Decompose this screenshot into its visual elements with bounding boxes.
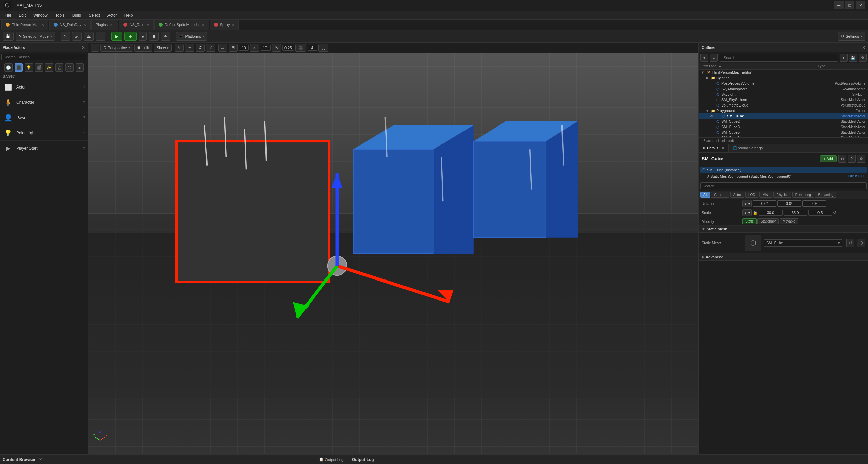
scale-snap[interactable]: ⤡ <box>272 44 281 52</box>
menu-help[interactable]: Help <box>121 12 136 18</box>
viewport-menu-button[interactable]: ≡ <box>91 44 99 52</box>
pause-button[interactable]: ⏸ <box>149 32 159 41</box>
cat-tab-general[interactable]: General <box>711 192 729 198</box>
outliner-options-btn[interactable]: ≡ <box>710 54 718 62</box>
play-button[interactable]: ▶ <box>111 32 122 41</box>
outliner-close[interactable]: ✕ <box>862 45 865 50</box>
tab-close-ns-rain[interactable]: ✕ <box>146 23 149 27</box>
basic-shapes-icon[interactable]: ⬛ <box>15 63 23 72</box>
actor-help-point-light[interactable]: ? <box>83 131 85 135</box>
viewport-canvas[interactable]: X Y Z <box>88 53 698 454</box>
angle-snap[interactable]: ∠ <box>250 44 259 52</box>
landscape-button[interactable]: ⛰ <box>84 32 94 41</box>
static-mesh-edit1[interactable]: ↺ <box>846 239 854 247</box>
rotation-dropdown[interactable]: ► ▾ <box>742 200 752 207</box>
surface-snapping[interactable]: ⏥ <box>218 44 227 52</box>
more-button[interactable]: ⋯ <box>96 32 105 41</box>
recently-placed-icon[interactable]: 🕐 <box>4 63 13 72</box>
platforms-button[interactable]: 📱 Platforms ▾ <box>176 32 207 41</box>
transform-button[interactable]: ⊕ <box>61 32 70 41</box>
edit-cpp-button[interactable]: Edit in C++ <box>848 174 865 178</box>
tab-plugins[interactable]: Plugins ✕ <box>91 20 118 30</box>
tree-item-sm-cube3[interactable]: ⬡ SM_Cube3 StaticMeshActor <box>699 124 868 130</box>
component-item-instance[interactable]: ⬡ SM_Cube (Instance) <box>700 167 867 173</box>
cat-tab-all[interactable]: All <box>700 192 710 198</box>
geometry-icon[interactable]: △ <box>55 63 63 72</box>
details-search-input[interactable] <box>700 182 867 189</box>
menu-select[interactable]: Select <box>85 12 103 18</box>
scale-tool[interactable]: ⤢ <box>206 44 215 52</box>
place-actors-close[interactable]: ✕ <box>82 45 85 50</box>
place-actors-search-input[interactable] <box>1 54 86 60</box>
tab-ns-rain-day[interactable]: NS_RainDay ✕ <box>49 20 91 30</box>
tab-close-third-person-map[interactable]: ✕ <box>41 23 44 27</box>
cb-close[interactable]: ✕ <box>39 457 42 462</box>
save-button[interactable]: 💾 <box>3 32 14 41</box>
menu-build[interactable]: Build <box>69 12 85 18</box>
maximize-viewport[interactable]: ⛶ <box>318 44 328 52</box>
mobility-movable-btn[interactable]: Movable <box>780 218 798 224</box>
tree-item-lighting[interactable]: ▶ 📁 Lighting <box>699 75 868 81</box>
static-mesh-edit2[interactable]: ⬡ <box>857 239 865 247</box>
tab-ns-rain[interactable]: NS_Rain ✕ <box>119 20 154 30</box>
menu-window[interactable]: Window <box>30 12 51 18</box>
mobility-static-btn[interactable]: Static <box>742 218 757 224</box>
outliner-filter-btn[interactable]: ▼ <box>700 54 708 62</box>
tree-item-thirdpersonmap[interactable]: ▼ 🗺 ThirdPersonMap (Editor) <box>699 70 868 75</box>
minimize-button[interactable]: ─ <box>834 1 844 9</box>
actor-item-actor[interactable]: ⬜ Actor ? <box>0 80 88 95</box>
cat-tab-actor[interactable]: Actor <box>730 192 744 198</box>
eject-button[interactable]: ⏏ <box>161 32 170 41</box>
details-filter-btn[interactable]: ⊡ <box>838 155 846 163</box>
outliner-dropdown-btn[interactable]: ▾ <box>840 54 848 62</box>
cat-tab-misc[interactable]: Misc <box>760 192 773 198</box>
tree-item-volumetric[interactable]: ⬡ VolumetricCloud VolumetricCloud <box>699 102 868 108</box>
details-help-btn[interactable]: ? <box>848 155 856 163</box>
selection-mode-button[interactable]: ↖ Selection Mode ▾ <box>16 32 55 41</box>
actor-item-point-light[interactable]: 💡 Point Light ? <box>0 125 88 141</box>
close-button[interactable]: ✕ <box>856 1 865 9</box>
camera-btn[interactable]: 🎥 <box>295 44 306 52</box>
scale-x-input[interactable] <box>759 210 783 216</box>
grid-snap[interactable]: ⊞ <box>229 44 238 52</box>
output-log-tab[interactable]: 📋 Output Log <box>316 457 346 462</box>
maximize-button[interactable]: □ <box>845 1 854 9</box>
tab-close-ns-rain-day[interactable]: ✕ <box>83 23 86 27</box>
tab-details[interactable]: ✏ Details ✕ <box>699 144 729 152</box>
lights-icon[interactable]: 💡 <box>25 63 33 72</box>
menu-tools[interactable]: Tools <box>52 12 68 18</box>
static-mesh-section-header[interactable]: ▼ Static Mesh <box>699 226 868 233</box>
outliner-settings-btn[interactable]: ⚙ <box>859 54 867 62</box>
actor-help-pawn[interactable]: ? <box>83 116 85 120</box>
tree-item-postprocess[interactable]: ⬡ PostProcessVolume PostProcessVolume <box>699 81 868 86</box>
lock-icon[interactable]: 🔒 <box>753 210 758 215</box>
rotation-y-input[interactable] <box>777 200 801 207</box>
details-settings-btn[interactable]: ⚙ <box>857 155 865 163</box>
scale-dropdown[interactable]: ► ▾ <box>742 209 752 216</box>
menu-actor[interactable]: Actor <box>104 12 120 18</box>
actor-help-actor[interactable]: ? <box>83 85 85 89</box>
tab-default-sprite[interactable]: DefaultSpriteMaterial ✕ <box>154 20 209 30</box>
tree-item-sm-cube2[interactable]: ⬡ SM_Cube2 StaticMeshActor <box>699 119 868 124</box>
tree-item-playground[interactable]: ▼ 📁 Playground Folder <box>699 108 868 113</box>
actor-help-character[interactable]: ? <box>83 100 85 104</box>
play-step-button[interactable]: ⏭ <box>124 32 137 41</box>
tree-item-skysphere[interactable]: ⬡ SM_SkySphere StaticMeshActor <box>699 97 868 102</box>
mobility-stationary-btn[interactable]: Stationary <box>757 218 779 224</box>
details-add-button[interactable]: + Add <box>820 155 837 162</box>
rotate-tool[interactable]: ↺ <box>196 44 205 52</box>
menu-file[interactable]: File <box>1 12 15 18</box>
menu-edit[interactable]: Edit <box>15 12 29 18</box>
all-classes-icon[interactable]: ≡ <box>76 63 84 72</box>
tree-item-sm-cube5[interactable]: ⬡ SM_Cube5 StaticMeshActor <box>699 130 868 135</box>
settings-button[interactable]: ⚙ Settings ▾ <box>838 32 865 41</box>
reset-scale-icon[interactable]: ↺ <box>833 210 836 215</box>
actor-item-player-start[interactable]: ▶ Player Start ? <box>0 141 88 156</box>
perspective-button[interactable]: ⊙ Perspective ▾ <box>100 44 133 52</box>
outliner-search-input[interactable] <box>722 55 836 61</box>
component-item-static-mesh[interactable]: ⬡ StaticMeshComponent (StaticMeshCompone… <box>700 173 867 179</box>
scale-z-input[interactable] <box>808 210 832 216</box>
tab-close-default-sprite[interactable]: ✕ <box>202 23 204 27</box>
cat-tab-streaming[interactable]: Streaming <box>815 192 837 198</box>
scale-y-input[interactable] <box>784 210 807 216</box>
